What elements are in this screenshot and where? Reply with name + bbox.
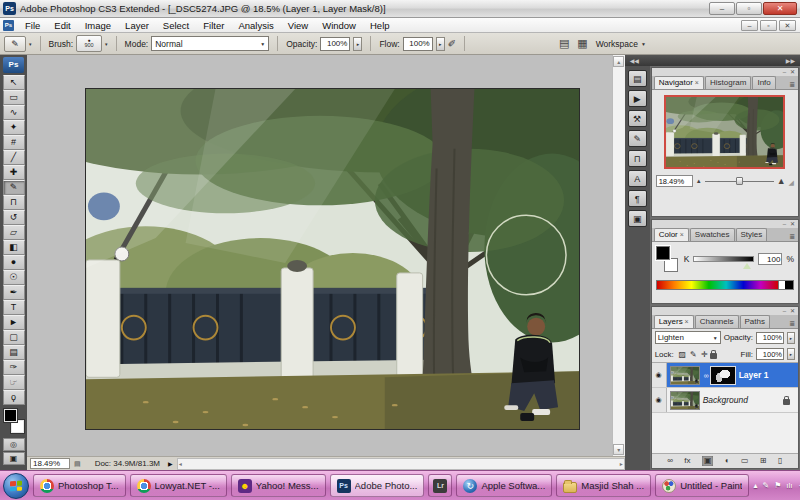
blur-tool[interactable]: ● — [3, 255, 25, 270]
tool-presets-panel-button[interactable]: ⚒ — [628, 110, 647, 127]
tray-network-icon[interactable]: ılı — [786, 481, 792, 490]
brush-picker-arrow-icon[interactable]: ▾ — [105, 41, 108, 47]
tab-styles[interactable]: Styles — [736, 228, 768, 241]
workspace-dropdown[interactable]: Workspace ▼ — [596, 39, 646, 49]
adjustment-layer-icon[interactable]: ◐ — [725, 457, 730, 465]
quick-mask-button[interactable]: ◎ — [3, 438, 25, 451]
history-panel-button[interactable]: ▤ — [628, 70, 647, 87]
collapse-panels-icon[interactable]: ▶▶ — [786, 57, 795, 64]
scroll-right-icon[interactable]: ▸ — [620, 460, 623, 467]
shape-tool[interactable]: ▢ — [3, 330, 25, 345]
bridge-icon[interactable]: ▦ — [577, 37, 587, 50]
zoom-out-icon[interactable]: ▲ — [696, 178, 702, 184]
tab-paths[interactable]: Paths — [740, 315, 770, 328]
rectangular-marquee-tool[interactable]: ▭ — [3, 90, 25, 105]
tool-preset-arrow-icon[interactable]: ▾ — [29, 41, 32, 47]
minimize-button[interactable]: – — [709, 2, 735, 15]
brush-tool[interactable]: ✎ — [3, 180, 25, 195]
eraser-tool[interactable]: ▱ — [3, 225, 25, 240]
layer-blend-mode-dropdown[interactable]: Lighten ▼ — [655, 331, 721, 344]
palettes-toggle-icon[interactable]: ▤ — [559, 37, 569, 50]
panel-close-icon[interactable]: ✕ — [790, 308, 795, 314]
panel-close-icon[interactable]: ✕ — [790, 69, 795, 75]
lock-all-icon[interactable] — [710, 353, 717, 359]
task-lightroom[interactable]: Lr — [428, 474, 452, 497]
lock-pixels-icon[interactable]: ✎ — [688, 350, 699, 359]
menu-image[interactable]: Image — [78, 19, 118, 32]
menu-layer[interactable]: Layer — [118, 19, 156, 32]
collapse-dock-icon[interactable]: ◀◀ — [630, 57, 639, 64]
layer-row-background[interactable]: ◉ — [652, 388, 798, 413]
clone-stamp-tool[interactable]: ⊓ — [3, 195, 25, 210]
zoom-level-field[interactable]: 18.49% — [30, 458, 70, 469]
task-chrome-lowyat[interactable]: Lowyat.NET -... — [130, 474, 227, 497]
tab-close-icon[interactable]: × — [678, 231, 684, 238]
delete-layer-icon[interactable]: ▯ — [778, 457, 782, 465]
brush-preset-picker[interactable]: ● 900 — [76, 35, 102, 52]
brushes-panel-button[interactable]: ✎ — [628, 130, 647, 147]
tab-close-icon[interactable]: × — [693, 79, 699, 86]
tab-channels[interactable]: Channels — [695, 315, 739, 328]
visibility-toggle[interactable]: ◉ — [652, 363, 667, 387]
panel-minimize-icon[interactable]: – — [783, 221, 786, 227]
opacity-spinner[interactable]: ▸ — [787, 332, 795, 344]
tray-flag-icon[interactable]: ⚑ — [774, 481, 781, 490]
doc-restore-button[interactable]: ▫ — [760, 20, 777, 31]
menu-window[interactable]: Window — [315, 19, 363, 32]
restore-button[interactable]: ▫ — [736, 2, 762, 15]
foreground-color-swatch[interactable] — [656, 246, 670, 260]
add-layer-mask-icon[interactable]: ▣ — [702, 456, 714, 466]
layer-fill-field[interactable]: 100% — [756, 348, 784, 360]
start-button[interactable] — [3, 473, 29, 499]
fill-spinner[interactable]: ▸ — [787, 348, 795, 360]
layer-mask-thumbnail[interactable] — [710, 366, 736, 385]
opacity-field[interactable]: 100% — [320, 37, 350, 51]
navigator-preview[interactable] — [664, 95, 785, 169]
visibility-toggle[interactable]: ◉ — [652, 388, 667, 412]
vertical-scrollbar[interactable]: ▴ ▾ — [612, 55, 625, 456]
slice-tool[interactable]: ╱ — [3, 150, 25, 165]
panel-menu-icon[interactable]: ≣ — [787, 233, 797, 241]
status-expand-icon[interactable]: ▶ — [168, 460, 173, 467]
history-brush-tool[interactable]: ↺ — [3, 210, 25, 225]
notes-tool[interactable]: ▤ — [3, 345, 25, 360]
scroll-up-icon[interactable]: ▴ — [613, 56, 624, 67]
tab-navigator[interactable]: Navigator × — [654, 76, 704, 89]
lock-transparency-icon[interactable]: ▨ — [677, 350, 688, 359]
navigator-zoom-field[interactable]: 18.49% — [656, 175, 693, 187]
pen-tool[interactable]: ✒ — [3, 285, 25, 300]
link-layers-icon[interactable]: ∞ — [667, 457, 673, 465]
tab-histogram[interactable]: Histogram — [705, 76, 751, 89]
zoom-in-icon[interactable]: ▲ — [777, 176, 786, 186]
hand-tool[interactable]: ☞ — [3, 375, 25, 390]
panel-minimize-icon[interactable]: – — [783, 308, 786, 314]
eyedropper-tool[interactable]: ✑ — [3, 360, 25, 375]
menu-select[interactable]: Select — [156, 19, 196, 32]
background-color-swatch[interactable] — [664, 258, 678, 272]
task-chrome-photoshop[interactable]: Photoshop T... — [33, 474, 126, 497]
lasso-tool[interactable]: ∿ — [3, 105, 25, 120]
tab-close-icon[interactable]: × — [683, 318, 689, 325]
layer-opacity-field[interactable]: 100% — [756, 332, 784, 344]
resize-grip-icon[interactable]: ◢ — [789, 179, 794, 187]
menu-view[interactable]: View — [281, 19, 315, 32]
crop-tool[interactable]: # — [3, 135, 25, 150]
magic-wand-tool[interactable]: ✦ — [3, 120, 25, 135]
new-group-icon[interactable]: ▭ — [741, 457, 749, 465]
clone-source-panel-button[interactable]: ⊓ — [628, 150, 647, 167]
tab-color[interactable]: Color × — [654, 228, 689, 241]
actions-panel-button[interactable]: ▶ — [628, 90, 647, 107]
tab-info[interactable]: Info — [752, 76, 775, 89]
task-yahoo-messenger[interactable]: ☻Yahoo! Mess... — [231, 474, 326, 497]
blend-mode-dropdown[interactable]: Normal ▼ — [151, 36, 269, 51]
menu-help[interactable]: Help — [363, 19, 397, 32]
menu-filter[interactable]: Filter — [196, 19, 231, 32]
scroll-down-icon[interactable]: ▾ — [613, 444, 624, 455]
task-paint[interactable]: Untitled - Paint — [655, 474, 749, 497]
layer-style-icon[interactable]: fx — [684, 457, 690, 465]
navigator-zoom-slider[interactable] — [705, 176, 774, 186]
menu-edit[interactable]: Edit — [47, 19, 77, 32]
color-spectrum-bar[interactable] — [656, 280, 794, 290]
opacity-spinner[interactable]: ▸ — [353, 37, 362, 51]
slider-thumb[interactable] — [743, 263, 751, 269]
